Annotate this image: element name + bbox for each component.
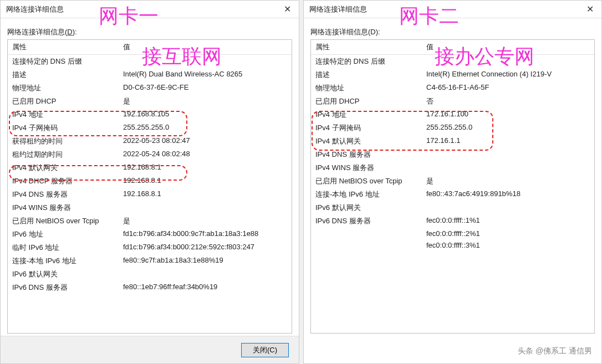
- property-cell: IPv4 默认网关: [8, 161, 119, 175]
- dialog-footer: 关闭(C): [1, 336, 299, 363]
- content-area: 网络连接详细信息(D): 属性 值 连接特定的 DNS 后缀描述Intel(R)…: [7, 27, 292, 334]
- property-cell: 连接特定的 DNS 后缀: [311, 55, 422, 68]
- window-title: 网络连接详细信息: [309, 4, 580, 14]
- value-cell: 192.168.8.105: [119, 108, 292, 121]
- close-icon[interactable]: ✕: [278, 2, 297, 17]
- property-cell: IPv4 DNS 服务器: [8, 188, 119, 201]
- titlebar: 网络连接详细信息 ✕: [304, 1, 601, 18]
- value-cell: 192.168.8.1: [119, 175, 292, 188]
- value-cell: 192.168.8.1: [119, 161, 292, 175]
- property-cell: 物理地址: [311, 81, 422, 95]
- value-cell: C4-65-16-F1-A6-5F: [422, 81, 594, 95]
- value-cell: fe80::1eb7:96ff:feaf:34b0%19: [119, 281, 292, 294]
- value-cell: fd1c:b796:af34:b000:9c7f:ab1a:18a3:1e88: [119, 228, 292, 241]
- value-cell: Intel(R) Dual Band Wireless-AC 8265: [119, 68, 292, 81]
- value-cell: D0-C6-37-6E-9C-FE: [119, 81, 292, 95]
- close-icon[interactable]: ✕: [580, 2, 599, 17]
- property-cell: IPv6 默认网关: [8, 268, 119, 281]
- property-cell: 物理地址: [8, 81, 119, 95]
- value-cell: [422, 55, 594, 68]
- value-cell: Intel(R) Ethernet Connection (4) I219-V: [422, 68, 594, 81]
- value-cell: 255.255.255.0: [422, 121, 594, 135]
- property-cell: IPv4 地址: [311, 108, 422, 121]
- value-cell: fec0:0:0:ffff::3%1: [422, 239, 594, 251]
- value-cell: 是: [422, 175, 594, 188]
- value-cell: 否: [422, 95, 594, 108]
- property-cell: IPv4 地址: [8, 108, 119, 121]
- property-cell: IPv6 默认网关: [311, 201, 422, 214]
- property-cell: IPv6 DNS 服务器: [311, 214, 422, 228]
- value-cell: [422, 148, 594, 161]
- property-cell: IPv4 WINS 服务器: [311, 161, 422, 175]
- value-cell: fec0:0:0:ffff::1%1: [422, 214, 594, 228]
- details-table: 属性 值 连接特定的 DNS 后缀描述Intel(R) Ethernet Con…: [310, 39, 595, 334]
- value-cell: [119, 268, 292, 281]
- property-cell: [311, 239, 422, 251]
- property-cell: 已启用 DHCP: [311, 95, 422, 108]
- column-header-property: 属性: [8, 40, 119, 55]
- property-cell: 获得租约的时间: [8, 135, 119, 148]
- property-cell: 连接特定的 DNS 后缀: [8, 55, 119, 68]
- property-cell: IPv4 默认网关: [311, 135, 422, 148]
- dialog-nic1: 网络连接详细信息 ✕ 网络连接详细信息(D): 属性 值 连接特定的 DNS 后…: [0, 0, 299, 364]
- value-cell: [119, 55, 292, 68]
- property-cell: 描述: [311, 68, 422, 81]
- section-label: 网络连接详细信息(D):: [310, 27, 595, 37]
- property-cell: 已启用 NetBIOS over Tcpip: [311, 175, 422, 188]
- property-cell: IPv6 地址: [8, 228, 119, 241]
- property-cell: 已启用 NetBIOS over Tcpip: [8, 214, 119, 228]
- content-area: 网络连接详细信息(D): 属性 值 连接特定的 DNS 后缀描述Intel(R)…: [310, 27, 595, 334]
- value-cell: 是: [119, 214, 292, 228]
- column-header-value: 值: [422, 40, 594, 55]
- property-cell: IPv4 DNS 服务器: [311, 148, 422, 161]
- value-cell: fec0:0:0:ffff::2%1: [422, 228, 594, 239]
- value-cell: 2022-05-23 08:02:47: [119, 135, 292, 148]
- value-cell: 172.16.1.100: [422, 108, 594, 121]
- property-cell: 临时 IPv6 地址: [8, 241, 119, 254]
- property-cell: 已启用 DHCP: [8, 95, 119, 108]
- value-cell: fd1c:b796:af34:b000:212e:592c:f803:247: [119, 241, 292, 254]
- value-cell: fe80::9c7f:ab1a:18a3:1e88%19: [119, 254, 292, 268]
- value-cell: fe80::43:7ac6:4919:891b%18: [422, 188, 594, 201]
- property-cell: 连接-本地 IPv6 地址: [311, 188, 422, 201]
- value-cell: 255.255.255.0: [119, 121, 292, 135]
- value-cell: [422, 201, 594, 214]
- property-cell: IPv4 子网掩码: [8, 121, 119, 135]
- titlebar: 网络连接详细信息 ✕: [1, 1, 299, 18]
- value-cell: [119, 201, 292, 214]
- property-cell: IPv4 DHCP 服务器: [8, 175, 119, 188]
- property-cell: [311, 228, 422, 239]
- section-label: 网络连接详细信息(D):: [7, 27, 292, 37]
- value-cell: 192.168.8.1: [119, 188, 292, 201]
- property-cell: IPv4 WINS 服务器: [8, 201, 119, 214]
- property-cell: 连接-本地 IPv6 地址: [8, 254, 119, 268]
- dialog-nic2: 网络连接详细信息 ✕ 网络连接详细信息(D): 属性 值 连接特定的 DNS 后…: [303, 0, 602, 364]
- property-cell: 描述: [8, 68, 119, 81]
- value-cell: 是: [119, 95, 292, 108]
- close-button[interactable]: 关闭(C): [241, 343, 289, 357]
- property-cell: 租约过期的时间: [8, 148, 119, 161]
- property-cell: IPv4 子网掩码: [311, 121, 422, 135]
- value-cell: [422, 161, 594, 175]
- window-title: 网络连接详细信息: [6, 4, 278, 14]
- column-header-property: 属性: [311, 40, 422, 55]
- details-table: 属性 值 连接特定的 DNS 后缀描述Intel(R) Dual Band Wi…: [7, 39, 292, 334]
- value-cell: 2022-05-24 08:02:48: [119, 148, 292, 161]
- value-cell: 172.16.1.1: [422, 135, 594, 148]
- property-cell: IPv6 DNS 服务器: [8, 281, 119, 294]
- column-header-value: 值: [119, 40, 292, 55]
